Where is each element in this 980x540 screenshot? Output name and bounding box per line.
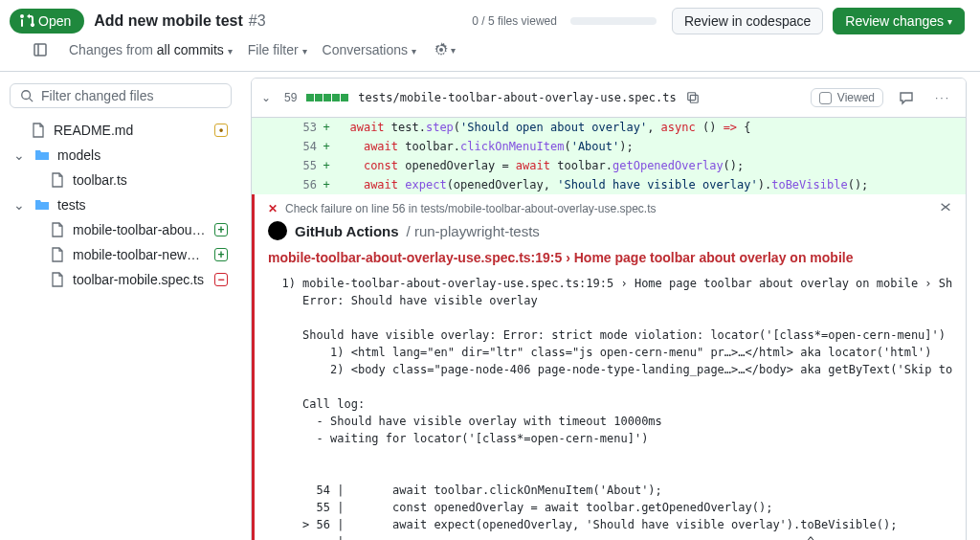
annotation-title: mobile-toolbar-about-overlay-use.spec.ts…	[268, 250, 952, 265]
modified-icon: •	[214, 124, 228, 137]
viewed-label: Viewed	[837, 91, 875, 104]
tree-folder-tests[interactable]: ⌄ tests	[8, 192, 234, 217]
svg-rect-0	[34, 44, 46, 56]
file-icon	[50, 222, 65, 237]
review-in-codespace-button[interactable]: Review in codespace	[672, 8, 823, 34]
new-line-number: 56	[284, 175, 317, 194]
file-card: ⌄ 59 tests/mobile-toolbar-about-overlay-…	[251, 78, 967, 540]
file-filter-dropdown[interactable]: File filter ▾	[248, 42, 307, 57]
collapse-annotation-button[interactable]	[939, 202, 952, 215]
diff-row: 53+ await test.step('Should open about o…	[252, 118, 966, 137]
viewed-toggle[interactable]: Viewed	[811, 88, 883, 107]
file-icon	[50, 272, 65, 287]
conversations-dropdown[interactable]: Conversations ▾	[323, 42, 416, 57]
tree-file-readme[interactable]: README.md •	[8, 118, 234, 143]
caret-down-icon: ▾	[228, 46, 233, 56]
folder-open-icon	[34, 197, 50, 213]
github-actions-icon	[268, 221, 287, 240]
old-line-number	[252, 118, 284, 137]
annotation-summary: Check failure on line 56 in tests/mobile…	[285, 202, 657, 215]
old-line-number	[252, 156, 284, 175]
svg-rect-4	[690, 95, 698, 102]
collapse-icon	[939, 202, 952, 215]
folder-open-icon	[34, 147, 50, 163]
review-changes-label: Review changes	[845, 13, 944, 29]
annotation-source[interactable]: GitHub Actions / run-playwright-tests	[268, 221, 952, 240]
files-viewed-progress	[570, 17, 657, 25]
file-header: ⌄ 59 tests/mobile-toolbar-about-overlay-…	[252, 79, 966, 118]
added-icon: +	[214, 223, 228, 236]
chevron-down-icon[interactable]: ⌄	[261, 91, 275, 104]
file-icon	[50, 172, 65, 188]
annotation-body: 1) mobile-toolbar-about-overlay-use.spec…	[268, 275, 952, 540]
status-open-label: Open	[38, 13, 71, 29]
added-icon: +	[214, 248, 228, 261]
lines-added: 59	[284, 91, 297, 104]
file-tree: Filter changed files README.md • ⌄ model…	[0, 72, 241, 540]
pull-request-icon	[19, 13, 34, 29]
tree-file-about-overlay[interactable]: mobile-toolbar-about-overla… +	[8, 217, 234, 242]
diff-row: 56+ await expect(openedOverlay, 'Should …	[252, 175, 966, 194]
changes-from-dropdown[interactable]: Changes from all commits ▾	[69, 42, 233, 57]
checkbox-icon	[819, 92, 832, 104]
search-icon	[20, 89, 33, 102]
diff-code: await expect(openedOverlay, 'Should have…	[336, 175, 966, 194]
tree-folder-label: tests	[57, 197, 228, 213]
settings-dropdown[interactable]: ▾	[432, 36, 458, 63]
pr-number: #3	[249, 12, 266, 30]
old-line-number	[252, 137, 284, 156]
annotation-source-job: / run-playwright-tests	[407, 223, 540, 239]
file-tree-toggle[interactable]	[27, 36, 54, 63]
copy-path-button[interactable]	[686, 91, 700, 104]
pr-subheader: Changes from all commits ▾ File filter ▾…	[0, 36, 980, 72]
diff-code: await toolbar.clickOnMenuItem('About');	[336, 137, 966, 156]
review-changes-button[interactable]: Review changes ▾	[833, 8, 965, 34]
tree-folder-models[interactable]: ⌄ models	[8, 143, 234, 168]
tree-file-label: toolbar-mobile.spec.ts	[73, 272, 207, 287]
diff-code: const openedOverlay = await toolbar.getO…	[336, 156, 966, 175]
file-comment-button[interactable]	[893, 84, 920, 111]
diff-row: 55+ const openedOverlay = await toolbar.…	[252, 156, 966, 175]
new-line-number: 53	[284, 118, 317, 137]
x-icon: ✕	[268, 202, 278, 215]
diff-sign: +	[317, 156, 336, 175]
tree-file-toolbar-mobile[interactable]: toolbar-mobile.spec.ts −	[8, 267, 234, 292]
diff-pane: ⌄ 59 tests/mobile-toolbar-about-overlay-…	[241, 72, 980, 540]
copy-icon	[686, 91, 700, 104]
tree-file-label: README.md	[54, 123, 207, 138]
chevron-down-icon: ⌄	[13, 197, 27, 213]
chevron-down-icon: ⌄	[13, 147, 27, 163]
diff-sign: +	[317, 118, 336, 137]
filter-files-input[interactable]: Filter changed files	[10, 83, 232, 108]
caret-down-icon: ▾	[412, 46, 416, 56]
tree-file-label: mobile-toolbar-about-overla…	[73, 222, 207, 237]
diff-sign: +	[317, 175, 336, 194]
diff-row: 54+ await toolbar.clickOnMenuItem('About…	[252, 137, 966, 156]
diff-table: 53+ await test.step('Should open about o…	[252, 118, 966, 194]
status-open-badge: Open	[10, 9, 84, 34]
file-path[interactable]: tests/mobile-toolbar-about-overlay-use.s…	[358, 91, 676, 104]
svg-rect-5	[687, 93, 695, 101]
tree-file-label: toolbar.ts	[73, 172, 228, 188]
gear-icon	[434, 42, 449, 57]
new-line-number: 54	[284, 137, 317, 156]
file-menu-button[interactable]: ···	[929, 84, 956, 111]
diff-code: await test.step('Should open about overl…	[336, 118, 966, 137]
caret-down-icon: ▾	[451, 45, 456, 56]
tree-file-newcontext[interactable]: mobile-toolbar-newcontext.s… +	[8, 242, 234, 267]
tree-folder-label: models	[57, 147, 228, 163]
pr-header: Open Add new mobile test #3 0 / 5 files …	[0, 0, 980, 36]
caret-down-icon: ▾	[302, 46, 307, 56]
tree-file-label: mobile-toolbar-newcontext.s…	[73, 247, 207, 262]
annotation-source-name: GitHub Actions	[295, 223, 399, 239]
svg-line-3	[30, 99, 33, 102]
files-viewed-label: 0 / 5 files viewed	[472, 14, 557, 28]
svg-point-2	[22, 91, 31, 100]
tree-file-toolbar-ts[interactable]: toolbar.ts	[8, 168, 234, 192]
diff-sign: +	[317, 137, 336, 156]
diff-blocks	[306, 94, 348, 101]
new-line-number: 55	[284, 156, 317, 175]
check-failure-annotation: ✕ Check failure on line 56 in tests/mobi…	[252, 194, 966, 540]
file-icon	[50, 247, 65, 262]
comment-icon	[899, 90, 914, 105]
